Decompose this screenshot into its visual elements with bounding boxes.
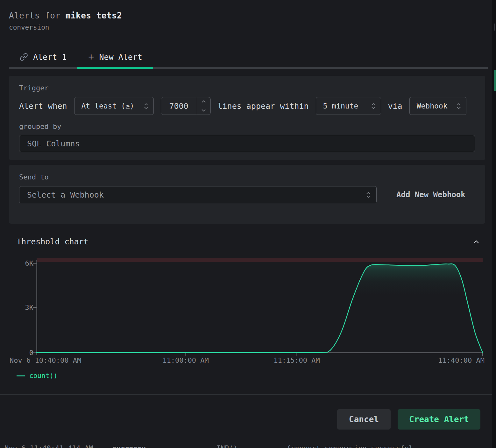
webhook-select-placeholder: Select a Webhook <box>27 190 104 200</box>
trigger-section-label: Trigger <box>19 84 475 92</box>
y-tick-3k: 3K <box>11 304 33 312</box>
chevron-updown-icon <box>366 192 371 198</box>
y-tick-0: 0 <box>11 349 33 357</box>
grouped-by-label: grouped by <box>19 122 475 130</box>
stepper-down-button[interactable] <box>197 106 210 115</box>
create-alert-button[interactable]: Create Alert <box>398 409 480 430</box>
page-subtitle: conversion <box>9 24 492 31</box>
condition-select-value: At least (≥) <box>81 102 134 110</box>
y-tick-6k: 6K <box>11 259 33 267</box>
chevron-updown-icon <box>457 103 461 109</box>
threshold-chart-title: Threshold chart <box>17 237 89 246</box>
send-to-label: Send to <box>19 173 475 181</box>
series-area <box>37 264 483 353</box>
trigger-panel: Trigger Alert when At least (≥) 7000 <box>9 76 485 160</box>
channel-select[interactable]: Webhook <box>409 97 466 115</box>
threshold-number-input[interactable]: 7000 <box>161 97 211 115</box>
page-title-name: mikes tets2 <box>66 11 122 20</box>
lines-appear-label: lines appear within <box>218 102 309 111</box>
modal-header: Alerts for mikes tets2 conversion <box>0 0 492 31</box>
chevron-updown-icon <box>371 103 376 109</box>
cancel-button[interactable]: Cancel <box>337 409 391 430</box>
threshold-value: 7000 <box>161 97 197 115</box>
background-row-timestamp: Nov 6 11:40:41.414 AM <box>4 444 93 448</box>
plus-icon: + <box>88 52 94 62</box>
via-label: via <box>388 102 402 111</box>
legend-line-swatch <box>17 375 25 376</box>
x-tick-1040: Nov 6 10:40:00 AM <box>10 356 81 364</box>
background-line-fragment <box>494 24 495 31</box>
grouped-by-placeholder: SQL Columns <box>27 139 80 148</box>
footer: Cancel Create Alert <box>0 395 492 430</box>
stepper-up-button[interactable] <box>197 97 210 106</box>
threshold-chart-header: Threshold chart <box>17 237 480 246</box>
background-log-row: Nov 6 11:40:41.414 AM currency INR() {co… <box>0 444 496 448</box>
chevron-up-icon[interactable] <box>472 238 480 246</box>
tab-new-alert-label: New Alert <box>99 52 142 62</box>
threshold-chart: 6K 3K 0 Nov 6 10:40:00 AM 11:00:00 AM 11… <box>0 250 496 366</box>
webhook-select[interactable]: Select a Webhook <box>19 186 377 203</box>
x-tick-1115: 11:15:00 AM <box>273 356 320 364</box>
trigger-row: Alert when At least (≥) 7000 <box>19 97 475 115</box>
add-new-webhook-button[interactable]: Add New Webhook <box>396 190 465 199</box>
alert-tabbar: Alert 1 + New Alert <box>0 45 492 69</box>
background-row-value: INR() <box>216 444 237 448</box>
send-to-panel: Send to Select a Webhook Add New Webhook <box>9 165 485 224</box>
background-row-message: {convert conversion successful <box>287 444 413 448</box>
tab-alert-1[interactable]: Alert 1 <box>9 45 77 69</box>
page-behind-modal <box>492 0 496 448</box>
threshold-stepper <box>197 97 210 115</box>
channel-select-value: Webhook <box>417 102 448 110</box>
tab-alert-1-label: Alert 1 <box>33 52 67 62</box>
condition-select[interactable]: At least (≥) <box>74 97 154 115</box>
grouped-by-input[interactable]: SQL Columns <box>19 135 475 152</box>
send-to-row: Select a Webhook Add New Webhook <box>19 186 475 203</box>
link-icon <box>20 53 28 61</box>
page-title-prefix: Alerts for <box>9 11 66 20</box>
legend-series-label: count() <box>29 372 58 380</box>
chart-legend: count() <box>17 372 492 380</box>
page-title: Alerts for mikes tets2 <box>9 11 492 20</box>
alert-modal: Alerts for mikes tets2 conversion Alert … <box>0 0 492 448</box>
background-row-service: currency <box>112 444 146 448</box>
x-tick-1140: 11:40:00 AM <box>438 356 485 364</box>
background-green-fragment <box>494 70 496 91</box>
tab-new-alert[interactable]: + New Alert <box>77 45 153 69</box>
chevron-updown-icon <box>144 103 148 109</box>
threshold-band <box>37 258 483 262</box>
threshold-chart-canvas <box>0 250 496 366</box>
window-select[interactable]: 5 minute <box>316 97 381 115</box>
x-tick-1100: 11:00:00 AM <box>162 356 209 364</box>
window-select-value: 5 minute <box>323 102 358 110</box>
alert-when-label: Alert when <box>19 102 67 111</box>
